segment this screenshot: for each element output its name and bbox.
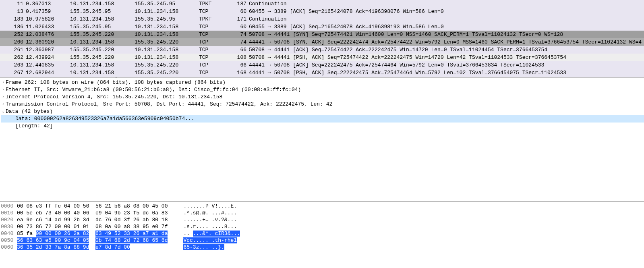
tcp-label: Transmission Control Protocol, Src Port:… xyxy=(6,101,332,108)
hex-row[interactable]: 006036 35 2d 33 7a 8a 88 9d e7 8d 7d 00 … xyxy=(1,244,643,251)
cell-length: 74 xyxy=(229,38,249,46)
cell-time: 11.026433 xyxy=(26,23,70,31)
cell-info: 44441 → 50708 [ACK] Seq=222242475 Ack=72… xyxy=(249,61,644,69)
data-value-row[interactable]: Data: 000000262a826349523326a7a1da566363… xyxy=(1,115,644,123)
cell-source: 10.131.234.158 xyxy=(70,69,135,77)
cell-length: 60 xyxy=(229,8,249,15)
cell-number: 262 xyxy=(3,54,26,61)
cell-time: 12.440835 xyxy=(26,61,70,69)
cell-number: 260 xyxy=(3,38,26,46)
hex-dump-pane[interactable]: 000000 08 e3 ff fc 04 00 50 56 21 b6 a8 … xyxy=(0,201,644,268)
packet-details-pane[interactable]: › Frame 262: 108 bytes on wire (864 bits… xyxy=(0,78,644,201)
hex-bytes: 56 63 63 e5 90 9c 04 05 0b 74 68 2d 72 6… xyxy=(17,237,174,244)
packet-row[interactable]: 26212.439924155.35.245.22010.131.234.158… xyxy=(0,54,644,61)
data-node[interactable]: ⌄ Data (42 bytes) xyxy=(1,108,644,115)
packet-row[interactable]: 26112.360987155.35.245.22010.131.234.158… xyxy=(0,46,644,54)
frame-label: Frame 262: 108 bytes on wire (864 bits),… xyxy=(6,79,226,86)
packet-row[interactable]: 26012.36092010.131.234.158155.35.245.220… xyxy=(0,38,644,46)
cell-time: 12.360920 xyxy=(26,38,70,46)
packet-row[interactable]: 26312.44083510.131.234.158155.35.245.220… xyxy=(0,61,644,69)
cell-protocol: TCP xyxy=(199,69,229,77)
packet-row[interactable]: 110.36701310.131.234.158155.35.245.95TPK… xyxy=(0,0,644,8)
hex-offset: 0020 xyxy=(1,216,17,223)
hex-ascii: ......+= .v.?&... xyxy=(183,216,248,223)
hex-offset: 0030 xyxy=(1,223,17,230)
chevron-right-icon[interactable]: › xyxy=(1,93,6,101)
cell-info: 50708 → 44441 [PSH, ACK] Seq=725474422 A… xyxy=(249,54,644,61)
hex-offset: 0040 xyxy=(1,230,17,237)
chevron-right-icon[interactable]: › xyxy=(1,79,6,86)
ethernet-node[interactable]: › Ethernet II, Src: Vmware_21:b6:a8 (00:… xyxy=(1,86,644,93)
cell-source: 10.131.234.158 xyxy=(70,38,135,46)
chevron-right-icon[interactable]: › xyxy=(1,86,6,93)
cell-number: 263 xyxy=(3,61,26,69)
cell-protocol: TPKT xyxy=(199,15,229,23)
ip-node[interactable]: › Internet Protocol Version 4, Src: 155.… xyxy=(1,93,644,101)
packet-row[interactable]: 25212.038476155.35.245.22010.131.234.158… xyxy=(0,31,644,38)
packet-list-pane[interactable]: 110.36701310.131.234.158155.35.245.95TPK… xyxy=(0,0,644,78)
cell-length: 74 xyxy=(229,31,249,38)
hex-ascii: .^.s@.@. ...#.... xyxy=(183,210,248,216)
cell-source: 10.131.234.158 xyxy=(70,61,135,69)
hex-bytes: 36 35 2d 33 7a 8a 88 9d e7 8d 7d 00 xyxy=(17,244,174,251)
data-length-row[interactable]: [Length: 42] xyxy=(1,123,644,130)
hex-row[interactable]: 0020ea 9e c6 14 ad 99 2b 3d dc 76 0d 3f … xyxy=(1,216,643,223)
cell-number: 183 xyxy=(3,15,26,23)
cell-destination: 155.35.245.220 xyxy=(135,61,199,69)
cell-info: 44441 → 50708 [PSH, ACK] Seq=222242475 A… xyxy=(249,69,644,77)
hex-bytes: 00 08 e3 ff fc 04 00 50 56 21 b6 a8 08 0… xyxy=(17,203,174,210)
cell-info: Continuation xyxy=(249,0,644,8)
cell-source: 155.35.245.95 xyxy=(70,23,135,31)
cell-time: 12.360987 xyxy=(26,46,70,54)
cell-protocol: TCP xyxy=(199,46,229,54)
cell-destination: 155.35.245.220 xyxy=(135,38,199,46)
cell-info: Continuation xyxy=(249,15,644,23)
cell-number: 252 xyxy=(3,31,26,38)
cell-source: 10.131.234.158 xyxy=(70,0,135,8)
cell-info: 50708 → 44441 [ACK] Seq=725474422 Ack=22… xyxy=(249,46,644,54)
ip-label: Internet Protocol Version 4, Src: 155.35… xyxy=(6,93,222,101)
cell-time: 12.038476 xyxy=(26,31,70,38)
cell-length: 66 xyxy=(229,46,249,54)
cell-destination: 10.131.234.158 xyxy=(135,8,199,15)
data-value: Data: 000000262a826349523326a7a1da566363… xyxy=(15,115,195,123)
hex-bytes: ea 9e c6 14 ad 99 2b 3d dc 76 0d 3f 26 a… xyxy=(17,216,174,223)
cell-protocol: TCP xyxy=(199,61,229,69)
tcp-node[interactable]: › Transmission Control Protocol, Src Por… xyxy=(1,101,644,108)
cell-number: 13 xyxy=(3,8,26,15)
cell-info: 50708 → 44441 [SYN] Seq=725474421 Win=14… xyxy=(249,31,644,38)
cell-protocol: TCP xyxy=(199,23,229,31)
data-label: Data (42 bytes) xyxy=(6,108,53,115)
cell-destination: 10.131.234.158 xyxy=(135,46,199,54)
cell-time: 0.367013 xyxy=(26,0,70,8)
cell-protocol: TPKT xyxy=(199,0,229,8)
frame-node[interactable]: › Frame 262: 108 bytes on wire (864 bits… xyxy=(1,79,644,86)
cell-destination: 155.35.245.95 xyxy=(135,15,199,23)
packet-row[interactable]: 26712.68294410.131.234.158155.35.245.220… xyxy=(0,69,644,77)
cell-source: 155.35.245.95 xyxy=(70,8,135,15)
packet-row[interactable]: 18611.026433155.35.245.9510.131.234.158T… xyxy=(0,23,644,31)
cell-source: 155.35.245.220 xyxy=(70,46,135,54)
hex-offset: 0010 xyxy=(1,210,17,216)
hex-row[interactable]: 000000 08 e3 ff fc 04 00 50 56 21 b6 a8 … xyxy=(1,203,643,210)
cell-protocol: TCP xyxy=(199,8,229,15)
chevron-down-icon[interactable]: ⌄ xyxy=(1,108,6,115)
cell-time: 12.682944 xyxy=(26,69,70,77)
cell-time: 10.975826 xyxy=(26,15,70,23)
cell-info: 44441 → 50708 [SYN, ACK] Seq=222242474 A… xyxy=(249,38,644,46)
cell-destination: 10.131.234.158 xyxy=(135,23,199,31)
cell-time: 0.417359 xyxy=(26,8,70,15)
hex-row[interactable]: 005056 63 63 e5 90 9c 04 05 0b 74 68 2d … xyxy=(1,237,643,244)
hex-row[interactable]: 003000 73 86 72 00 00 01 01 08 0a 00 a8 … xyxy=(1,223,643,230)
chevron-right-icon[interactable]: › xyxy=(1,101,6,108)
cell-length: 66 xyxy=(229,61,249,69)
ethernet-label: Ethernet II, Src: Vmware_21:b6:a8 (00:50… xyxy=(6,86,301,93)
hex-ascii: .s.r.... ....8... xyxy=(183,223,248,230)
packet-row[interactable]: 130.417359155.35.245.9510.131.234.158TCP… xyxy=(0,8,644,15)
hex-ascii: .. ...&*. cIR3&... xyxy=(183,230,248,237)
hex-ascii: Vcc..... .th-rhel xyxy=(183,237,248,244)
hex-row[interactable]: 001000 5e eb 73 40 00 40 06 c9 04 9b 23 … xyxy=(1,210,643,216)
packet-row[interactable]: 18310.97582610.131.234.158155.35.245.95T… xyxy=(0,15,644,23)
cell-source: 155.35.245.220 xyxy=(70,54,135,61)
hex-row[interactable]: 004085 fa 00 00 00 26 2a 82 63 49 52 33 … xyxy=(1,230,643,237)
